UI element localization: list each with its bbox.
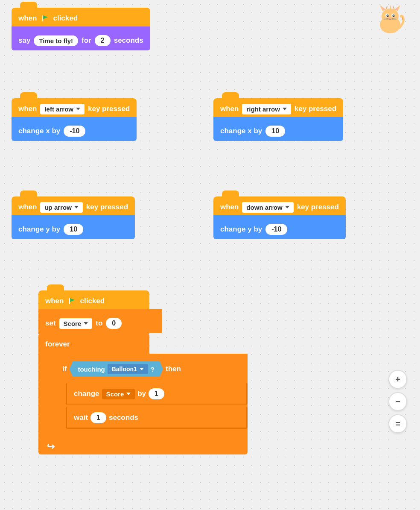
if-interior: change Score by 1 [55,381,248,431]
balloon-dropdown[interactable]: Balloon1 [108,364,148,374]
wait-seconds-label: seconds [109,413,138,422]
when-label4: when [18,203,37,211]
left-arrow-hat[interactable]: when left arrow key pressed [12,98,137,120]
seconds-label: seconds [114,36,143,45]
down-arrow-dropdown[interactable]: down arrow [242,202,293,213]
svg-point-13 [387,15,389,17]
wait-label: wait [74,413,88,422]
dropdown-arrow3 [74,206,79,208]
touching-condition[interactable]: touching Balloon1 ? [69,361,163,377]
zoom-fit-icon: = [395,419,400,429]
flag-icon [40,14,50,23]
right-arrow-dropdown[interactable]: right arrow [242,104,291,114]
dropdown-arrow7 [126,393,131,395]
dropdown-arrow5 [84,322,88,325]
dropdown-arrow4 [285,206,289,208]
svg-rect-3 [69,298,70,304]
say-block[interactable]: say Time to fly! for 2 seconds [12,30,150,50]
change-y-value2[interactable]: -10 [265,224,287,235]
up-arrow-hat[interactable]: when up arrow key pressed [12,196,135,218]
wait-value[interactable]: 1 [90,412,106,423]
if-block-container: if touching Balloon1 ? then [55,357,248,435]
group4: when clicked set Score to 0 forever [38,290,248,454]
inner-blocks: if touching Balloon1 ? then [54,354,248,436]
touching-label: touching [78,366,105,373]
svg-point-14 [393,15,395,17]
change-x-value2[interactable]: 10 [265,126,285,137]
say-label: say [18,36,30,45]
set-score-block[interactable]: set Score to 0 [38,313,162,333]
cat-svg [373,4,407,34]
zoom-fit-button[interactable]: = [388,414,407,433]
say-text-input[interactable]: Time to fly! [34,35,78,46]
change-x-value[interactable]: -10 [64,126,85,137]
svg-point-6 [382,9,399,24]
svg-rect-1 [42,15,43,21]
wait-block[interactable]: wait 1 seconds [66,407,248,429]
by-label: by [137,390,146,398]
if-inner: change Score by 1 [66,381,248,431]
key-pressed-label: key pressed [88,105,130,113]
zoom-out-icon: − [395,397,400,407]
forever-container: forever if touching [38,334,248,454]
seconds-value-input[interactable]: 2 [95,35,111,46]
change-y-block-down[interactable]: change y by -10 [213,219,346,239]
change-score-block[interactable]: change Score by 1 [66,383,248,405]
when-label6: when [45,297,64,305]
c-block-arm [47,354,54,436]
score-variable-dropdown[interactable]: Score [59,318,93,329]
change-y-value[interactable]: 10 [64,224,83,235]
clicked-label2: clicked [80,297,105,305]
forever-bottom: ↩ [38,439,248,454]
right-arrow-hat[interactable]: when right arrow key pressed [213,98,343,120]
change-x-block-left[interactable]: change x by -10 [12,120,137,141]
group3-right: when down arrow key pressed change y by … [213,196,346,239]
svg-point-15 [388,15,388,16]
group1: when clicked say Time to fly! for 2 seco… [12,8,150,50]
zoom-in-icon: + [395,375,400,384]
score-hat[interactable]: when clicked [38,290,149,312]
if-label: if [62,365,67,373]
dropdown-arrow6 [140,368,144,370]
change-label: change [74,390,99,398]
zoom-in-button[interactable]: + [388,370,407,389]
group2-right: when right arrow key pressed change x by… [213,98,343,141]
down-arrow-hat[interactable]: when down arrow key pressed [213,196,346,218]
change-score-value[interactable]: 1 [149,388,164,399]
loop-icon: ↩ [47,441,55,452]
change-y-label2: change y by [220,225,262,234]
when-label2: when [18,105,37,113]
key-pressed-label2: key pressed [295,105,336,113]
svg-point-17 [389,18,391,19]
svg-marker-2 [43,15,48,19]
svg-marker-4 [70,298,75,302]
clicked-label: clicked [53,14,78,23]
up-arrow-dropdown[interactable]: up arrow [40,202,82,213]
cat-mascot [373,4,407,34]
zoom-controls: + − = [388,370,407,433]
forever-interior: if touching Balloon1 ? then [38,354,248,439]
set-label: set [45,319,56,328]
dropdown-arrow [76,108,80,110]
change-x-block-right[interactable]: change x by 10 [213,120,343,141]
key-pressed-label3: key pressed [86,203,128,211]
dropdown-arrow2 [283,108,287,110]
flag-icon2 [67,296,76,306]
key-pressed-label4: key pressed [297,203,339,211]
zoom-out-button[interactable]: − [388,392,407,411]
if-block[interactable]: if touching Balloon1 ? then [55,357,248,381]
to-label: to [96,319,102,328]
svg-point-16 [394,15,394,16]
score-var-dropdown[interactable]: Score [102,389,135,399]
when-clicked-hat[interactable]: when clicked [12,8,150,29]
forever-block[interactable]: forever [38,334,149,354]
then-label: then [166,365,181,373]
question-mark: ? [151,366,155,373]
set-value-input[interactable]: 0 [106,318,122,329]
change-x-label: change x by [18,127,60,135]
change-y-block-up[interactable]: change y by 10 [12,219,135,239]
when-label5: when [220,203,239,211]
group2-left: when left arrow key pressed change x by … [12,98,137,141]
when-label3: when [220,105,239,113]
left-arrow-dropdown[interactable]: left arrow [40,104,85,114]
